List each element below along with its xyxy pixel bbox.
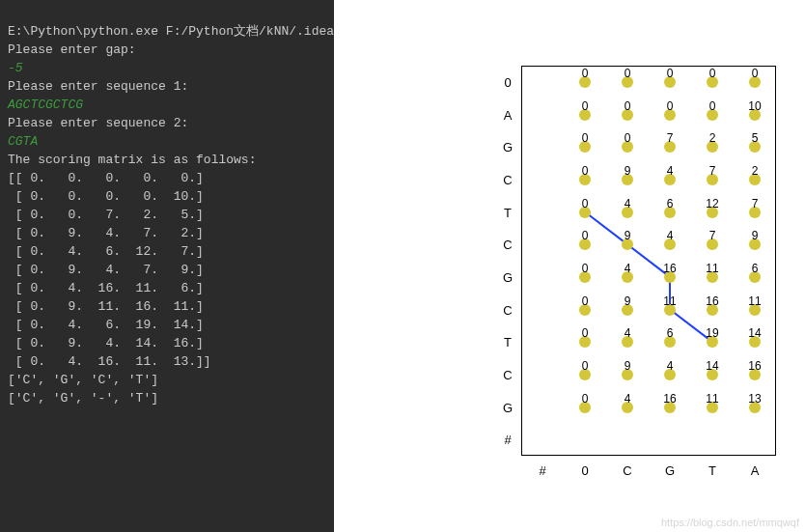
matrix-row: [ 0. 9. 11. 16. 11.] [8, 299, 204, 314]
grid-value: 0 [582, 67, 589, 80]
grid-value: 9 [625, 294, 631, 308]
matrix-row: [ 0. 4. 6. 19. 14.] [8, 318, 204, 332]
grid-value: 9 [625, 229, 631, 242]
grid-value: 6 [667, 197, 674, 210]
grid-value: 6 [752, 262, 759, 275]
grid-value: 7 [667, 131, 674, 145]
plot-panel: 0AGCTCGCTCG##0CGTA0000000001000725094720… [334, 0, 805, 532]
grid-value: 0 [582, 229, 589, 242]
x-tick: A [751, 463, 760, 478]
y-tick: C [503, 302, 512, 317]
grid-value: 11 [663, 294, 676, 308]
grid-value: 0 [582, 164, 589, 178]
y-tick: C [503, 172, 512, 186]
grid-value: 0 [582, 392, 589, 406]
input-seq1: AGCTCGCTCG [8, 98, 83, 112]
y-tick: G [503, 400, 513, 414]
y-tick: # [504, 433, 511, 447]
matrix-row: [[ 0. 0. 0. 0. 0.] [8, 171, 204, 185]
grid-value: 0 [582, 326, 589, 340]
y-tick: 0 [504, 74, 511, 89]
grid-value: 5 [752, 131, 759, 145]
grid-value: 0 [625, 131, 631, 145]
matrix-row: [ 0. 9. 4. 14. 16.] [8, 336, 204, 350]
grid-value: 11 [706, 262, 718, 275]
plot-border [521, 66, 776, 456]
grid-value: 2 [752, 164, 759, 178]
prompt-seq1: Please enter sequence 1: [8, 79, 188, 94]
terminal-cmd: E:\Python\python.exe F:/Python文档/kNN/.id… [8, 24, 334, 39]
x-tick: # [539, 463, 545, 478]
grid-value: 0 [709, 67, 716, 80]
prompt-seq2: Please enter sequence 2: [8, 116, 188, 130]
grid-value: 9 [625, 164, 631, 178]
grid-value: 4 [625, 326, 631, 340]
y-tick: T [504, 335, 512, 350]
scoring-matrix-plot: 0AGCTCGCTCG##0CGTA0000000001000725094720… [496, 66, 776, 477]
y-tick: G [503, 269, 513, 284]
input-seq2: CGTA [8, 134, 38, 149]
grid-value: 0 [625, 99, 631, 113]
matrix-row: [ 0. 0. 0. 0. 10.] [8, 189, 204, 204]
align1: ['C', 'G', 'C', 'T'] [8, 373, 158, 387]
grid-value: 6 [667, 326, 674, 340]
grid-value: 4 [625, 197, 631, 210]
grid-value: 14 [748, 326, 761, 340]
grid-value: 9 [752, 229, 759, 242]
grid-value: 11 [706, 392, 718, 406]
matrix-row: [ 0. 0. 7. 2. 5.] [8, 208, 204, 222]
x-tick: G [665, 463, 675, 478]
terminal-panel: E:\Python\python.exe F:/Python文档/kNN/.id… [0, 0, 334, 532]
grid-value: 0 [667, 99, 674, 113]
grid-value: 16 [748, 359, 761, 373]
matrix-row: [ 0. 4. 6. 12. 7.] [8, 244, 204, 259]
grid-value: 12 [706, 197, 718, 210]
grid-value: 0 [667, 67, 674, 80]
grid-value: 9 [625, 359, 631, 373]
y-tick: A [504, 107, 513, 122]
matrix-row: [ 0. 4. 16. 11. 13.]] [8, 354, 211, 369]
grid-value: 16 [663, 392, 676, 406]
y-tick: T [504, 205, 512, 219]
input-gap: -5 [8, 61, 23, 75]
grid-value: 10 [748, 99, 761, 113]
grid-value: 7 [709, 164, 716, 178]
x-tick: C [623, 463, 631, 478]
grid-value: 0 [582, 294, 589, 308]
grid-value: 19 [706, 326, 718, 340]
align2: ['C', 'G', '-', 'T'] [8, 391, 158, 406]
watermark: https://blog.csdn.net/mmqwqf [661, 517, 799, 528]
grid-value: 0 [582, 99, 589, 113]
matrix-row: [ 0. 9. 4. 7. 2.] [8, 226, 204, 240]
grid-value: 4 [625, 262, 631, 275]
grid-value: 0 [625, 67, 631, 80]
grid-value: 13 [748, 392, 761, 406]
grid-value: 4 [625, 392, 631, 406]
grid-value: 0 [752, 67, 759, 80]
grid-value: 0 [582, 197, 589, 210]
y-tick: C [503, 367, 512, 381]
grid-value: 7 [709, 229, 716, 242]
y-tick: G [503, 140, 513, 154]
x-tick: T [708, 463, 716, 478]
grid-value: 14 [706, 359, 718, 373]
matrix-row: [ 0. 9. 4. 7. 9.] [8, 263, 204, 277]
grid-value: 11 [748, 294, 761, 308]
prompt-gap: Please enter gap: [8, 42, 136, 57]
grid-value: 16 [663, 262, 676, 275]
grid-value: 0 [582, 131, 589, 145]
grid-value: 4 [667, 164, 674, 178]
grid-value: 2 [709, 131, 716, 145]
y-tick: C [503, 238, 512, 252]
grid-value: 4 [667, 359, 674, 373]
grid-value: 0 [709, 99, 716, 113]
matrix-header: The scoring matrix is as follows: [8, 153, 256, 167]
grid-value: 0 [582, 359, 589, 373]
grid-value: 7 [752, 197, 759, 210]
matrix-row: [ 0. 4. 16. 11. 6.] [8, 281, 204, 295]
grid-value: 16 [706, 294, 718, 308]
grid-value: 0 [582, 262, 589, 275]
x-tick: 0 [581, 463, 588, 478]
grid-value: 4 [667, 229, 674, 242]
